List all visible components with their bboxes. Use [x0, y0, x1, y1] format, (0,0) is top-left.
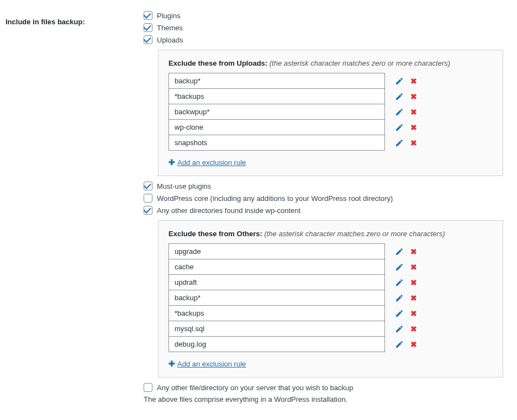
uploads-exclusion-title: Exclude these from Uploads: — [168, 59, 267, 67]
exclusion-rule-input[interactable]: upgrade — [168, 243, 385, 259]
checkbox-other-dirs[interactable] — [144, 206, 152, 215]
exclusion-rule-row: backwpup*✖ — [168, 104, 493, 120]
checkbox-wp-core-row[interactable]: WordPress core (including any additions … — [144, 194, 511, 203]
exclusion-rule-row: backup*✖ — [168, 290, 493, 306]
delete-icon[interactable]: ✖ — [410, 92, 417, 101]
checkbox-wp-core[interactable] — [144, 194, 152, 203]
edit-icon[interactable] — [395, 123, 404, 132]
checkbox-themes-row[interactable]: Themes — [144, 23, 511, 32]
checkbox-mu-plugins-row[interactable]: Must-use plugins — [144, 182, 511, 190]
exclusion-rule-row: debug.log✖ — [168, 336, 493, 352]
delete-icon[interactable]: ✖ — [410, 139, 417, 147]
exclusion-rule-input[interactable]: snapshots — [168, 135, 385, 151]
edit-icon[interactable] — [395, 77, 404, 86]
edit-icon[interactable] — [395, 263, 404, 272]
exclusion-rule-row: backup*✖ — [168, 73, 493, 89]
delete-icon[interactable]: ✖ — [410, 340, 417, 349]
uploads-add-rule-label: Add an exclusion rule — [177, 158, 246, 167]
exclusion-rule-input[interactable]: mysql.sql — [168, 321, 385, 337]
checkbox-mu-plugins[interactable] — [144, 182, 152, 190]
exclusion-rule-input[interactable]: backup* — [168, 290, 385, 306]
edit-icon[interactable] — [395, 247, 404, 256]
delete-icon[interactable]: ✖ — [410, 123, 417, 132]
exclusion-rule-input[interactable]: updraft — [168, 274, 385, 290]
edit-icon[interactable] — [395, 139, 404, 147]
exclusion-rule-row: mysql.sql✖ — [168, 321, 493, 337]
others-exclusion-title: Exclude these from Others: — [168, 230, 262, 238]
uploads-rules-list: backup*✖*backups✖backwpup*✖wp-clone✖snap… — [168, 73, 493, 151]
exclusion-rule-row: wp-clone✖ — [168, 119, 493, 135]
checkbox-uploads-row[interactable]: Uploads — [144, 35, 511, 44]
exclusion-rule-input[interactable]: backup* — [168, 73, 385, 89]
exclusion-rule-input[interactable]: wp-clone — [168, 119, 385, 135]
delete-icon[interactable]: ✖ — [410, 325, 417, 333]
section-label: Include in files backup: — [6, 11, 144, 403]
plus-icon: ✚ — [168, 158, 175, 167]
delete-icon[interactable]: ✖ — [410, 294, 417, 302]
delete-icon[interactable]: ✖ — [410, 77, 417, 86]
edit-icon[interactable] — [395, 294, 404, 302]
plus-icon: ✚ — [168, 359, 175, 368]
exclusion-rule-input[interactable]: backwpup* — [168, 104, 385, 120]
exclusion-rule-input[interactable]: *backups — [168, 305, 385, 321]
footnote-text: The above files comprise everything in a… — [144, 395, 511, 403]
exclusion-rule-row: cache✖ — [168, 259, 493, 275]
others-rules-list: upgrade✖cache✖updraft✖backup*✖*backups✖m… — [168, 243, 493, 352]
exclusion-rule-row: snapshots✖ — [168, 135, 493, 151]
edit-icon[interactable] — [395, 278, 404, 287]
checkbox-plugins-row[interactable]: Plugins — [144, 11, 511, 20]
delete-icon[interactable]: ✖ — [410, 247, 417, 256]
exclusion-rule-row: upgrade✖ — [168, 243, 493, 259]
checkbox-other-dirs-row[interactable]: Any other directories found inside wp-co… — [144, 206, 511, 215]
edit-icon[interactable] — [395, 108, 404, 116]
checkbox-themes[interactable] — [144, 23, 152, 32]
others-add-rule-label: Add an exclusion rule — [177, 360, 246, 368]
edit-icon[interactable] — [395, 325, 404, 333]
checkbox-uploads[interactable] — [144, 35, 152, 44]
delete-icon[interactable]: ✖ — [410, 108, 417, 116]
edit-icon[interactable] — [395, 340, 404, 349]
exclusion-rule-input[interactable]: cache — [168, 259, 385, 275]
checkbox-plugins[interactable] — [144, 11, 152, 20]
others-exclusion-hint: (the asterisk character matches zero or … — [264, 230, 445, 238]
edit-icon[interactable] — [395, 92, 404, 101]
exclusion-rule-input[interactable]: debug.log — [168, 336, 385, 352]
delete-icon[interactable]: ✖ — [410, 309, 417, 318]
delete-icon[interactable]: ✖ — [410, 263, 417, 272]
checkbox-wp-core-label: WordPress core (including any additions … — [157, 194, 393, 203]
exclusion-rule-input[interactable]: *backups — [168, 88, 385, 104]
checkbox-other-dirs-label: Any other directories found inside wp-co… — [157, 206, 300, 215]
checkbox-other-files-row[interactable]: Any other file/directory on your server … — [144, 383, 511, 392]
uploads-exclusion-box: Exclude these from Uploads: (the asteris… — [158, 50, 503, 176]
edit-icon[interactable] — [395, 309, 404, 318]
checkbox-themes-label: Themes — [157, 24, 183, 32]
others-exclusion-box: Exclude these from Others: (the asterisk… — [158, 220, 503, 378]
delete-icon[interactable]: ✖ — [410, 278, 417, 287]
checkbox-other-files[interactable] — [144, 383, 152, 392]
uploads-add-rule-button[interactable]: ✚ Add an exclusion rule — [168, 158, 493, 167]
uploads-exclusion-header: Exclude these from Uploads: (the asteris… — [168, 59, 493, 67]
exclusion-rule-row: *backups✖ — [168, 305, 493, 321]
checkbox-plugins-label: Plugins — [157, 12, 181, 20]
checkbox-uploads-label: Uploads — [157, 36, 183, 44]
uploads-exclusion-hint: (the asterisk character matches zero or … — [270, 59, 450, 67]
checkbox-mu-plugins-label: Must-use plugins — [157, 182, 211, 190]
others-exclusion-header: Exclude these from Others: (the asterisk… — [168, 230, 493, 238]
checkbox-other-files-label: Any other file/directory on your server … — [157, 384, 354, 392]
others-add-rule-button[interactable]: ✚ Add an exclusion rule — [168, 359, 493, 368]
exclusion-rule-row: updraft✖ — [168, 274, 493, 290]
exclusion-rule-row: *backups✖ — [168, 88, 493, 104]
